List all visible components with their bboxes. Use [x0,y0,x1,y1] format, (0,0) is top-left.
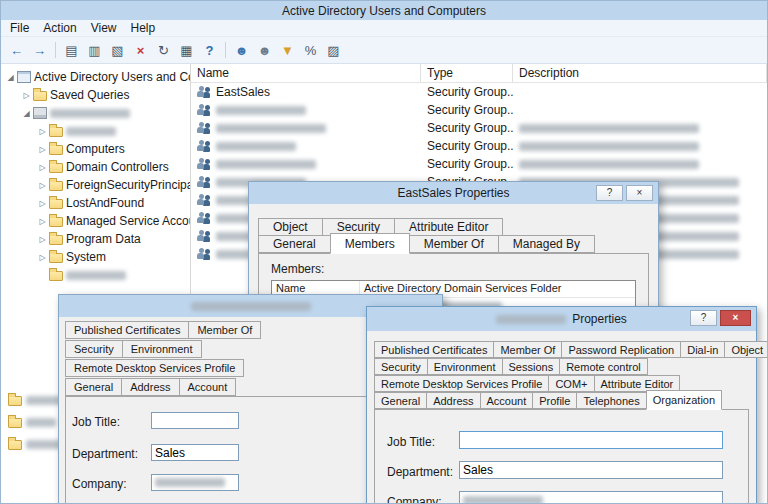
job-title-input[interactable] [459,431,723,449]
tab-published-certificates[interactable]: Published Certificates [374,341,494,358]
tab-password-replication[interactable]: Password Replication [561,341,681,358]
company-input[interactable] [151,474,239,491]
tab-account[interactable]: Account [179,378,237,396]
group-icon [197,212,212,224]
tab-general[interactable]: General [65,378,122,396]
tree-item-managed-service-accounts[interactable]: ▷ Managed Service Accou [1,212,190,230]
view-options-icon[interactable]: ▨ [323,40,344,61]
tab-security[interactable]: Security [65,340,123,358]
expander-icon[interactable]: ▷ [37,145,48,154]
tab-member-of[interactable]: Member Of [493,341,562,358]
expander-icon[interactable]: ▷ [37,253,48,262]
tree-item-lostandfound[interactable]: ▷ LostAndFound [1,194,190,212]
tab-object[interactable]: Object [258,218,323,236]
tree-item-saved-queries[interactable]: ▷ Saved Queries [1,86,190,104]
expander-icon[interactable]: ▷ [37,199,48,208]
tab-security[interactable]: Security [374,358,428,375]
close-button[interactable]: × [626,185,653,201]
cut-icon[interactable]: ▧ [107,40,128,61]
menu-view[interactable]: View [84,21,124,35]
list-header: NameTypeDescription [191,64,767,83]
table-row[interactable]: Security Group... [191,101,767,119]
column-type[interactable]: Type [421,64,513,82]
tree-item-foreignsecurityprincipals[interactable]: ▷ ForeignSecurityPrincipals [1,176,190,194]
redacted-company-value [463,496,543,504]
tree-item-selected-ou[interactable] [1,266,190,284]
tab-member-of[interactable]: Member Of [188,321,261,339]
tree-item-domain[interactable]: ◢ [1,104,190,122]
tab-organization[interactable]: Organization [646,390,722,410]
tree-item-root[interactable]: ◢ Active Directory Users and Com [1,68,190,86]
redacted-description [519,124,699,133]
expander-icon[interactable]: ▷ [37,235,48,244]
tab-account[interactable]: Account [480,392,534,409]
refresh-icon[interactable]: ↻ [153,40,174,61]
tab-general[interactable]: General [258,235,331,253]
delete-icon[interactable]: × [130,40,151,61]
help-icon[interactable]: ? [199,40,220,61]
tab-remote-control[interactable]: Remote control [559,358,648,375]
filter-icon[interactable]: ▼ [277,40,298,61]
tab-published-certificates[interactable]: Published Certificates [65,321,189,339]
tab-com-plus[interactable]: COM+ [548,375,594,392]
tab-environment[interactable]: Environment [427,358,503,375]
table-row[interactable]: Security Group... [191,155,767,173]
forward-icon[interactable]: → [29,40,50,61]
expander-icon[interactable]: ◢ [21,109,32,118]
company-label: Company: [387,495,442,504]
table-row[interactable]: Security Group... [191,119,767,137]
add-user-icon[interactable]: ☻ [231,40,252,61]
tab-remote-desktop-services-profile[interactable]: Remote Desktop Services Profile [374,375,549,392]
table-row[interactable]: EastSales Security Group... [191,83,767,101]
menu-help[interactable]: Help [124,21,163,35]
column-description[interactable]: Description [513,64,767,82]
expander-icon[interactable]: ▷ [21,91,32,100]
menu-action[interactable]: Action [36,21,83,35]
tab-attribute-editor[interactable]: Attribute Editor [394,218,503,236]
expander-icon[interactable]: ▷ [37,127,48,136]
table-row[interactable]: Security Group... [191,137,767,155]
tab-general[interactable]: General [374,392,427,409]
tree-node-icon [49,127,63,137]
tab-row: Published CertificatesMember OfPassword … [374,341,768,358]
tab-member-of[interactable]: Member Of [409,235,499,253]
tab-remote-desktop-services-profile[interactable]: Remote Desktop Services Profile [65,359,244,377]
department-input[interactable] [151,444,239,461]
help-button[interactable]: ? [596,185,623,201]
tab-dial-in[interactable]: Dial-in [680,341,725,358]
properties-icon[interactable]: ▦ [176,40,197,61]
tree-item-domain-controllers[interactable]: ▷ Domain Controllers [1,158,190,176]
expander-icon[interactable]: ▷ [37,217,48,226]
tab-members[interactable]: Members [330,233,410,254]
tree-item-system[interactable]: ▷ System [1,248,190,266]
close-button[interactable]: × [720,310,751,326]
tab-sessions[interactable]: Sessions [502,358,561,375]
menu-file[interactable]: File [3,21,36,35]
dialog-title-suffix: Properties [572,312,627,326]
tree-item-program-data[interactable]: ▷ Program Data [1,230,190,248]
tab-telephones[interactable]: Telephones [576,392,646,409]
help-button[interactable]: ? [690,310,717,326]
tab-address[interactable]: Address [426,392,480,409]
tab-object[interactable]: Object [724,341,768,358]
show-tree-icon[interactable]: ▤ [61,40,82,61]
aduc-window: Active Directory Users and Computers Fil… [0,0,768,504]
export-list-icon[interactable]: ▥ [84,40,105,61]
column-name[interactable]: Name [191,64,421,82]
department-input[interactable] [459,461,723,479]
tree-item-redacted-ou[interactable]: ▷ [1,122,190,140]
expander-icon[interactable]: ▷ [37,163,48,172]
add-group-icon[interactable]: ☻ [254,40,275,61]
expander-icon[interactable]: ◢ [5,73,16,82]
company-input[interactable] [459,491,723,504]
back-icon[interactable]: ← [6,40,27,61]
organization-tab-page [374,409,749,504]
tab-environment[interactable]: Environment [122,340,202,358]
tree-item-computers[interactable]: ▷ Computers [1,140,190,158]
tab-profile[interactable]: Profile [532,392,577,409]
expander-icon[interactable]: ▷ [37,181,48,190]
tab-managed-by[interactable]: Managed By [498,235,595,253]
job-title-input[interactable] [151,412,239,429]
set-password-icon[interactable]: % [300,40,321,61]
tab-address[interactable]: Address [121,378,179,396]
